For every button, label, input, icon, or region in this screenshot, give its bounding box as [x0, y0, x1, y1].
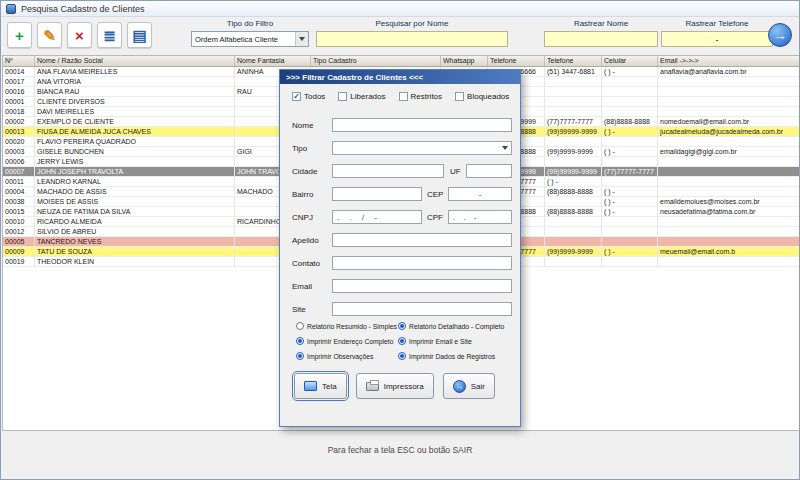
track-name-input[interactable] — [544, 31, 658, 47]
column-header[interactable]: Nome Fantasia — [235, 56, 311, 66]
cell: 00006 — [3, 157, 35, 166]
cell — [658, 167, 800, 176]
cell — [545, 97, 602, 106]
track-phone-input[interactable] — [661, 31, 773, 47]
report-option[interactable]: Imprimir Dados de Registros — [398, 352, 510, 360]
bairro-input[interactable] — [332, 187, 422, 201]
search-go-button[interactable] — [768, 23, 792, 47]
cell: TANCREDO NEVES — [35, 237, 235, 246]
chevron-down-icon[interactable] — [295, 32, 308, 46]
cell: LEANDRO KARNAL — [35, 177, 235, 186]
impressora-button[interactable]: Impressora — [356, 373, 434, 399]
column-header[interactable]: Whatsapp — [441, 56, 488, 66]
cell — [602, 107, 658, 116]
button-label: Tela — [322, 382, 337, 391]
cpf-input[interactable] — [448, 210, 512, 224]
cell: ( ) - — [602, 207, 658, 216]
cell: 00007 — [3, 167, 35, 176]
cidade-label: Cidade — [292, 167, 317, 176]
cell: (99)99999-9999 — [545, 127, 602, 136]
radio-icon — [398, 337, 406, 345]
cell: nomedoemail@email.com.br — [658, 117, 800, 126]
checkbox-icon — [399, 92, 408, 101]
cell: ( ) - — [602, 147, 658, 156]
cell — [602, 77, 658, 86]
contato-input[interactable] — [332, 256, 512, 270]
report-button[interactable]: ≣ — [97, 22, 122, 48]
cell: (88)8888-8888 — [602, 117, 658, 126]
cell: TATU DE SOUZA — [35, 247, 235, 256]
filter-type-select[interactable]: Ordem Alfabetica Cliente — [191, 31, 309, 47]
cell: 00010 — [3, 217, 35, 226]
cell: emaildagigi@gigi.com.br — [658, 147, 800, 156]
tela-button[interactable]: Tela — [294, 373, 347, 399]
tipo-label: Tipo — [292, 144, 307, 153]
cell: 00018 — [3, 107, 35, 116]
cell — [545, 217, 602, 226]
sair-button[interactable]: Sair — [443, 373, 495, 399]
filter-type-value: Ordem Alfabetica Cliente — [195, 35, 278, 44]
column-header[interactable]: Nome / Razão Social — [35, 56, 235, 66]
report-icon: ≣ — [103, 28, 116, 43]
cell — [545, 87, 602, 96]
email-label: Email — [292, 282, 312, 291]
cell: JOHN JOSEPH TRAVOLTA — [35, 167, 235, 176]
cell: 00001 — [3, 97, 35, 106]
checkbox-restritos[interactable]: Restritos — [399, 92, 443, 101]
nome-input[interactable] — [332, 118, 512, 132]
button-label: Impressora — [384, 382, 424, 391]
cell: ( ) - — [602, 187, 658, 196]
search-name-input[interactable] — [316, 31, 508, 47]
report-option[interactable]: Imprimir Observações — [296, 352, 398, 360]
filter-dialog: >>> Filtrar Cadastro de Clientes <<< ✓To… — [279, 69, 521, 427]
copy-button[interactable]: ▤ — [127, 22, 152, 48]
cell: GISELE BUNDCHEN — [35, 147, 235, 156]
column-header[interactable]: Nº — [3, 56, 35, 66]
edit-button[interactable]: ✎ — [37, 22, 62, 48]
column-header[interactable]: Telefone — [545, 56, 602, 66]
cell: THEODOR KLEIN — [35, 257, 235, 266]
cell: 00014 — [3, 67, 35, 76]
cell: ANA VITORIA — [35, 77, 235, 86]
uf-input[interactable] — [466, 164, 512, 178]
column-header[interactable]: Tipo Cadastro — [311, 56, 441, 66]
cell: JERRY LEWIS — [35, 157, 235, 166]
cell — [545, 197, 602, 206]
cell: CLIENTE DIVERSOS — [35, 97, 235, 106]
cell — [658, 77, 800, 86]
email-input[interactable] — [332, 279, 512, 293]
delete-button[interactable]: × — [67, 22, 92, 48]
add-icon: + — [15, 28, 24, 43]
cidade-input[interactable] — [332, 164, 444, 178]
cell: 00011 — [3, 177, 35, 186]
report-option[interactable]: Relatório Resumido - Simples — [296, 322, 398, 330]
column-header[interactable]: Email ->->-> — [658, 56, 800, 66]
cell: DAVI MEIRELLES — [35, 107, 235, 116]
column-header[interactable]: Celular — [602, 56, 658, 66]
chevron-down-icon — [502, 146, 508, 150]
track-phone-label: Rastrear Telefone — [661, 19, 773, 28]
report-option[interactable]: Imprimir Endereço Completo — [296, 337, 398, 345]
cep-input[interactable] — [448, 187, 512, 201]
cell — [658, 107, 800, 116]
apelido-input[interactable] — [332, 233, 512, 247]
column-header[interactable]: Telefone — [488, 56, 545, 66]
checkbox-liberados[interactable]: Liberados — [338, 92, 385, 101]
site-input[interactable] — [332, 302, 512, 316]
cell: ( ) - — [602, 197, 658, 206]
add-button[interactable]: + — [7, 22, 32, 48]
cell: ( ) - — [545, 177, 602, 186]
report-option[interactable]: Imprimir Email e Site — [398, 337, 510, 345]
cell: EXEMPLO DE CLIENTE — [35, 117, 235, 126]
bairro-label: Bairro — [292, 190, 313, 199]
checkbox-todos[interactable]: ✓Todos — [292, 92, 325, 101]
cpf-label: CPF — [427, 213, 443, 222]
cell: emaildemoiues@moises.com.br — [658, 197, 800, 206]
cell: (88)8888-8888 — [545, 207, 602, 216]
cell: ( ) - — [602, 127, 658, 136]
cnpj-input[interactable] — [332, 210, 422, 224]
tipo-select[interactable] — [332, 141, 512, 155]
report-option[interactable]: Relatório Detalhado - Completo — [398, 322, 510, 330]
cell — [602, 137, 658, 146]
checkbox-bloqueados[interactable]: Bloqueados — [455, 92, 509, 101]
